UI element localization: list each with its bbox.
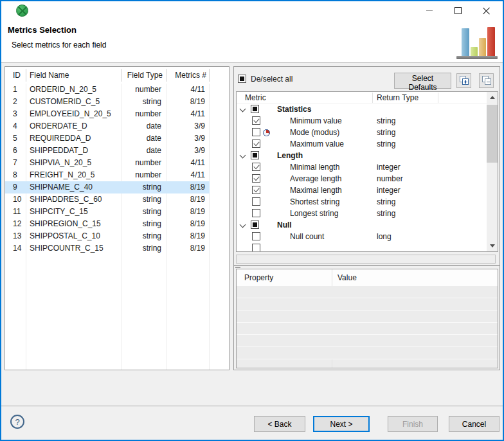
- metric-checkbox[interactable]: [252, 174, 260, 183]
- cell-id: 10: [13, 194, 21, 206]
- metrics-panel: De/select all Select Defaults Metric Ret…: [233, 66, 500, 370]
- tree-metric-row[interactable]: Longest stringstring: [237, 208, 487, 219]
- group-checkbox[interactable]: [251, 151, 259, 159]
- column-header-metrics[interactable]: Metrics #: [166, 67, 206, 84]
- tree-group-row[interactable]: Length: [237, 150, 487, 161]
- tree-group-row[interactable]: Null: [237, 219, 487, 231]
- metrics-tree-header: Metric Return Type: [237, 92, 498, 104]
- cell-metrics: 3/9: [194, 132, 205, 145]
- chart-bar-blue: [462, 28, 469, 57]
- metric-checkbox[interactable]: [252, 232, 260, 240]
- group-label: Statistics: [277, 104, 311, 115]
- metric-checkbox[interactable]: [252, 128, 260, 136]
- property-table-header: Property Value: [237, 269, 498, 286]
- tree-metric-row[interactable]: Average lengthnumber: [237, 173, 487, 184]
- table-row[interactable]: 9SHIPNAME_C_40string8/19: [5, 181, 229, 194]
- group-checkbox[interactable]: [251, 221, 259, 229]
- fields-table-body: 1ORDERID_N_20_5number4/112CUSTOMERID_C_5…: [5, 84, 229, 255]
- column-header-id[interactable]: ID: [13, 67, 21, 84]
- column-header-return-type[interactable]: Return Type: [377, 92, 419, 104]
- column-header-property[interactable]: Property: [244, 269, 273, 286]
- cell-name: FREIGHT_N_20_5: [30, 169, 94, 181]
- metric-checkbox[interactable]: [252, 140, 260, 148]
- help-button[interactable]: ?: [10, 415, 24, 429]
- back-button[interactable]: < Back: [254, 416, 305, 432]
- tree-metric-row[interactable]: Minimum valuestring: [237, 115, 487, 127]
- scroll-down-button[interactable]: [487, 240, 498, 251]
- table-row[interactable]: 1ORDERID_N_20_5number4/11: [5, 84, 229, 96]
- scrollbar-thumb[interactable]: [487, 105, 498, 163]
- cell-type: date: [147, 132, 161, 145]
- cell-name: SHIPCOUNTR_C_15: [30, 242, 104, 255]
- metric-checkbox[interactable]: [252, 186, 260, 194]
- tree-metric-row[interactable]: Mode (modus)string: [237, 127, 487, 138]
- splitter-handle[interactable]: [234, 266, 500, 268]
- tree-scrollbar[interactable]: [487, 92, 498, 251]
- table-row[interactable]: 2CUSTOMERID_C_5string8/19: [5, 96, 229, 108]
- maximize-icon: [455, 7, 462, 14]
- tree-metric-row[interactable]: Minimal lengthinteger: [237, 161, 487, 173]
- property-row[interactable]: [237, 298, 498, 310]
- table-row[interactable]: 11SHIPCITY_C_15string8/19: [5, 206, 229, 218]
- group-label: Null: [277, 219, 292, 231]
- deselect-all-checkbox[interactable]: [238, 75, 246, 83]
- metric-label: Minimum value: [290, 115, 342, 127]
- table-row[interactable]: 5REQUIREDDA_Ddate3/9: [5, 132, 229, 145]
- deselect-all-label: De/select all: [251, 75, 292, 84]
- table-row[interactable]: 12SHIPREGION_C_15string8/19: [5, 218, 229, 230]
- tree-metric-row[interactable]: Maximal lengthinteger: [237, 184, 487, 196]
- table-row[interactable]: 14SHIPCOUNTR_C_15string8/19: [5, 242, 229, 255]
- metric-return-type: integer: [377, 184, 401, 196]
- tree-metric-row[interactable]: Null countlong: [237, 231, 487, 242]
- property-row[interactable]: [237, 323, 498, 335]
- metric-checkbox[interactable]: [252, 209, 260, 217]
- metric-checkbox[interactable]: [252, 197, 260, 206]
- chart-base: [456, 56, 498, 59]
- close-button[interactable]: [476, 2, 496, 19]
- metric-checkbox[interactable]: [252, 244, 260, 252]
- table-row[interactable]: 7SHIPVIA_N_20_5number4/11: [5, 157, 229, 169]
- select-defaults-button[interactable]: Select Defaults: [394, 73, 451, 89]
- tree-group-row[interactable]: Statistics: [237, 104, 487, 115]
- column-header-value[interactable]: Value: [338, 269, 357, 286]
- table-row[interactable]: 6SHIPPEDDAT_Ddate3/9: [5, 145, 229, 157]
- tree-metric-row-partial[interactable]: [237, 242, 487, 252]
- cell-metrics: 8/19: [190, 230, 205, 242]
- scroll-down-icon: [490, 244, 495, 248]
- column-header-name[interactable]: Field Name: [30, 67, 69, 84]
- table-row[interactable]: 8FREIGHT_N_20_5number4/11: [5, 169, 229, 181]
- column-header-type[interactable]: Field Type: [121, 67, 163, 84]
- column-header-metric[interactable]: Metric: [245, 92, 266, 104]
- header-separator: [438, 93, 438, 103]
- cancel-button[interactable]: Cancel: [449, 416, 500, 432]
- metric-return-type: string: [377, 138, 395, 150]
- property-row[interactable]: [237, 310, 498, 323]
- chevron-down-icon[interactable]: [240, 222, 246, 228]
- table-row[interactable]: 3EMPLOYEEID_N_20_5number4/11: [5, 108, 229, 120]
- collapse-all-button[interactable]: [479, 73, 494, 88]
- next-button[interactable]: Next >: [313, 416, 370, 432]
- cell-type: string: [143, 181, 161, 194]
- metric-label: Average length: [290, 173, 342, 184]
- chevron-down-icon[interactable]: [240, 106, 246, 113]
- property-row[interactable]: [237, 347, 498, 359]
- table-row[interactable]: 4ORDERDATE_Ddate3/9: [5, 120, 229, 132]
- expand-all-button[interactable]: [456, 73, 471, 88]
- property-row[interactable]: [237, 286, 498, 298]
- property-row[interactable]: [237, 335, 498, 347]
- scroll-up-icon: [490, 96, 495, 99]
- metric-checkbox[interactable]: [252, 163, 260, 171]
- scroll-up-button[interactable]: [487, 92, 498, 103]
- maximize-button[interactable]: [447, 2, 468, 19]
- cell-metrics: 3/9: [194, 120, 205, 132]
- cell-metrics: 8/19: [190, 96, 205, 108]
- group-checkbox[interactable]: [251, 105, 259, 113]
- tree-metric-row[interactable]: Maximum valuestring: [237, 138, 487, 150]
- metric-checkbox[interactable]: [252, 116, 260, 125]
- table-row[interactable]: 13SHIPPOSTAL_C_10string8/19: [5, 230, 229, 242]
- table-row[interactable]: 10SHIPADDRES_C_60string8/19: [5, 194, 229, 206]
- tree-metric-row[interactable]: Shortest stringstring: [237, 196, 487, 208]
- cell-id: 6: [13, 145, 17, 157]
- chevron-down-icon[interactable]: [240, 152, 246, 159]
- metric-label: Maximal length: [290, 184, 342, 196]
